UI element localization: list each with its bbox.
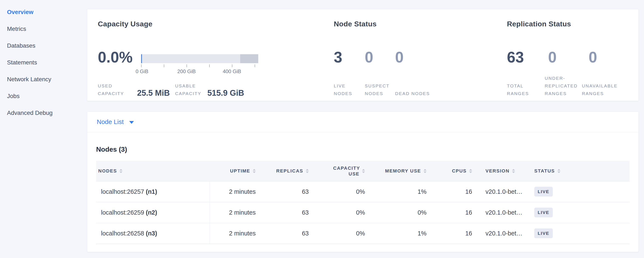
- under-replicated-ranges-count: 0: [548, 49, 588, 65]
- sidebar-item-statements[interactable]: Statements: [7, 59, 87, 66]
- suspect-nodes-label: SUSPECT NODES: [365, 82, 395, 97]
- under-replicated-ranges-label: UNDER-REPLICATED RANGES: [545, 74, 582, 97]
- uptime-cell: 2 minutes: [210, 202, 262, 223]
- replication-status-title: Replication Status: [507, 20, 571, 28]
- sort-icon: [253, 169, 256, 173]
- column-header-memory-use[interactable]: MEMORY USE: [371, 161, 432, 181]
- status-badge: LIVE: [534, 228, 553, 238]
- capacity-usage-section: Capacity Usage 0.0% 0 GiB 200 GiB 400 Gi…: [98, 9, 333, 101]
- capacity-bar-reserved-segment: [240, 54, 258, 63]
- node-address-link[interactable]: localhost:26259: [101, 209, 144, 216]
- column-label: UPTIME: [230, 168, 250, 174]
- axis-tick-label: 400 GiB: [223, 68, 241, 75]
- capacity-gauge-chart: 0 GiB 200 GiB 400 GiB: [141, 49, 260, 77]
- node-address-link[interactable]: localhost:26258: [101, 230, 144, 237]
- sort-icon: [306, 169, 309, 173]
- capacity-bar-used-indicator: [141, 54, 142, 63]
- table-row[interactable]: localhost:26259 (n2) 2 minutes 63 0% 0% …: [96, 202, 630, 223]
- capacity-bar-track: [141, 54, 258, 63]
- used-capacity-value: 25.5 MiB: [137, 88, 170, 97]
- cpus-cell: 16: [432, 181, 478, 202]
- nodes-table-title: Nodes (3): [96, 145, 630, 154]
- sidebar-item-databases[interactable]: Databases: [7, 42, 87, 49]
- total-ranges-count: 63: [507, 49, 548, 65]
- unavailable-ranges-label: UNAVAILABLE RANGES: [582, 82, 636, 97]
- capacity-use-cell: 0%: [315, 202, 371, 223]
- usable-capacity-label: USABLE CAPACITY: [175, 82, 205, 97]
- sort-icon: [362, 169, 365, 173]
- replicas-cell: 63: [262, 181, 315, 202]
- column-label: NODES: [98, 168, 117, 174]
- version-cell: v20.1.0-bet…: [478, 202, 527, 223]
- usable-capacity-value: 515.9 GiB: [207, 88, 244, 97]
- version-cell: v20.1.0-bet…: [478, 223, 527, 244]
- used-capacity-label: USED CAPACITY: [98, 82, 135, 97]
- status-badge: LIVE: [534, 187, 553, 197]
- memory-use-cell: 0%: [371, 202, 432, 223]
- column-label: MEMORY USE: [385, 168, 421, 174]
- node-address-link[interactable]: localhost:26257: [101, 188, 144, 195]
- axis-tick: [232, 64, 232, 67]
- cpus-cell: 16: [432, 202, 478, 223]
- sort-icon: [469, 169, 472, 173]
- table-row[interactable]: localhost:26257 (n1) 2 minutes 63 0% 1% …: [96, 181, 630, 202]
- nodes-table-header-row: NODES UPTIME REPLICAS CAPACITY USE MEMOR…: [96, 161, 630, 181]
- status-badge: LIVE: [534, 208, 553, 217]
- version-cell: v20.1.0-bet…: [478, 181, 527, 202]
- capacity-used-percent: 0.0%: [98, 49, 136, 77]
- capacity-use-cell: 0%: [315, 181, 371, 202]
- column-header-replicas[interactable]: REPLICAS: [262, 161, 315, 181]
- column-header-version[interactable]: VERSION: [478, 161, 527, 181]
- column-label: REPLICAS: [276, 168, 303, 174]
- node-status-section: Node Status 3 0 0 LIVE NODES SUSPECT NOD…: [334, 9, 504, 101]
- live-nodes-count: 3: [334, 49, 365, 65]
- column-header-nodes[interactable]: NODES: [96, 161, 210, 181]
- memory-use-cell: 1%: [371, 223, 432, 244]
- column-header-cpus[interactable]: CPUS: [432, 161, 478, 181]
- used-capacity-stat: USED CAPACITY 25.5 MiB: [98, 82, 170, 97]
- sidebar-item-network-latency[interactable]: Network Latency: [7, 76, 87, 83]
- uptime-cell: 2 minutes: [210, 181, 262, 202]
- sidebar-item-metrics[interactable]: Metrics: [7, 25, 87, 32]
- sort-icon: [424, 169, 426, 173]
- table-row[interactable]: localhost:26258 (n3) 2 minutes 63 0% 1% …: [96, 223, 630, 244]
- axis-tick-label: 0 GiB: [136, 68, 148, 75]
- node-status-title: Node Status: [334, 20, 377, 28]
- replicas-cell: 63: [262, 202, 315, 223]
- axis-tick: [164, 64, 164, 67]
- axis-tick: [255, 64, 255, 67]
- capacity-use-cell: 0%: [315, 223, 371, 244]
- sidebar-item-advanced-debug[interactable]: Advanced Debug: [7, 109, 87, 116]
- chevron-down-icon: [129, 121, 134, 124]
- sidebar-item-overview[interactable]: Overview: [7, 9, 87, 16]
- node-list-dropdown[interactable]: Node List: [87, 112, 638, 132]
- axis-tick: [141, 64, 142, 67]
- memory-use-cell: 1%: [371, 181, 432, 202]
- sort-icon: [512, 169, 515, 173]
- axis-tick: [186, 64, 187, 67]
- column-header-status[interactable]: STATUS: [527, 161, 630, 181]
- column-label: VERSION: [486, 168, 510, 174]
- sidebar: Overview Metrics Databases Statements Ne…: [0, 0, 87, 258]
- nodes-panel: Node List Nodes (3) NODES UPTIME REPLICA…: [87, 111, 639, 252]
- cpus-cell: 16: [432, 223, 478, 244]
- unavailable-ranges-count: 0: [588, 49, 597, 65]
- axis-tick-label: 200 GiB: [178, 68, 196, 75]
- dead-nodes-label: DEAD NODES: [395, 90, 430, 97]
- column-header-capacity-use[interactable]: CAPACITY USE: [315, 161, 371, 181]
- dead-nodes-count: 0: [395, 49, 404, 65]
- column-header-uptime[interactable]: UPTIME: [210, 161, 262, 181]
- column-label: CPUS: [452, 168, 466, 174]
- sidebar-item-jobs[interactable]: Jobs: [7, 92, 87, 99]
- capacity-usage-title: Capacity Usage: [98, 20, 152, 28]
- axis-tick: [209, 64, 210, 67]
- node-id: (n2): [146, 209, 157, 216]
- node-id: (n1): [146, 188, 157, 195]
- nodes-table: NODES UPTIME REPLICAS CAPACITY USE MEMOR…: [96, 161, 630, 244]
- suspect-nodes-count: 0: [365, 49, 395, 65]
- replication-status-section: Replication Status 63 0 0 TOTAL RANGES U…: [507, 9, 636, 101]
- live-nodes-label: LIVE NODES: [334, 82, 365, 97]
- column-label: CAPACITY USE: [333, 165, 360, 177]
- column-label: STATUS: [534, 168, 555, 174]
- sort-icon: [558, 169, 560, 173]
